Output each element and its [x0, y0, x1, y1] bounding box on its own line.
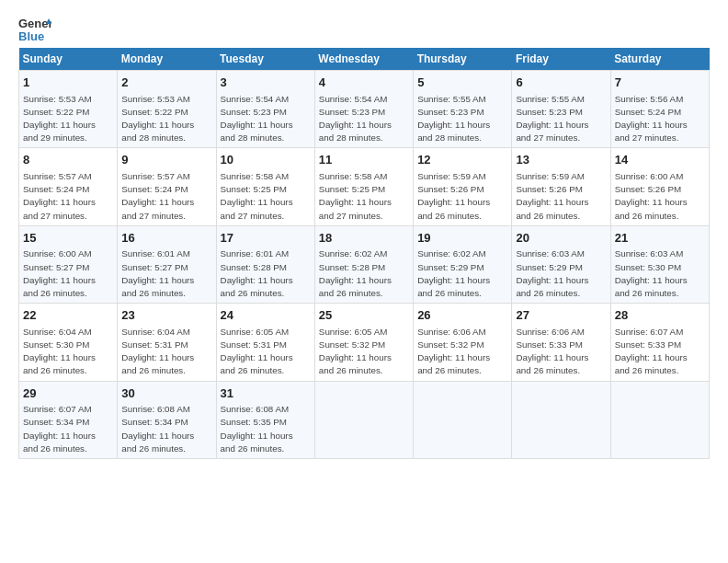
day-info: Sunrise: 6:08 AMSunset: 5:35 PMDaylight:… [221, 404, 293, 454]
day-cell: 27Sunrise: 6:06 AMSunset: 5:33 PMDayligh… [512, 304, 610, 381]
day-number: 11 [319, 152, 409, 168]
day-cell: 12Sunrise: 5:59 AMSunset: 5:26 PMDayligh… [414, 148, 512, 225]
day-info: Sunrise: 5:57 AMSunset: 5:24 PMDaylight:… [121, 171, 194, 221]
day-info: Sunrise: 5:55 AMSunset: 5:23 PMDaylight:… [417, 94, 490, 144]
day-info: Sunrise: 6:05 AMSunset: 5:31 PMDaylight:… [221, 327, 293, 376]
calendar-table: SundayMondayTuesdayWednesdayThursdayFrid… [18, 48, 710, 459]
header: GeneralBlue [18, 15, 710, 42]
day-cell: 19Sunrise: 6:02 AMSunset: 5:29 PMDayligh… [414, 225, 512, 303]
page: GeneralBlue SundayMondayTuesdayWednesday… [0, 0, 728, 468]
day-cell: 11Sunrise: 5:58 AMSunset: 5:25 PMDayligh… [314, 148, 413, 225]
day-info: Sunrise: 5:57 AMSunset: 5:24 PMDaylight:… [23, 171, 96, 221]
day-info: Sunrise: 5:54 AMSunset: 5:23 PMDaylight:… [319, 94, 392, 144]
day-cell: 18Sunrise: 6:02 AMSunset: 5:28 PMDayligh… [314, 225, 413, 303]
day-number: 1 [23, 75, 113, 91]
header-wednesday: Wednesday [314, 48, 413, 71]
day-cell: 29Sunrise: 6:07 AMSunset: 5:34 PMDayligh… [19, 381, 118, 458]
day-cell: 31Sunrise: 6:08 AMSunset: 5:35 PMDayligh… [216, 381, 314, 458]
day-info: Sunrise: 5:59 AMSunset: 5:26 PMDaylight:… [417, 171, 490, 221]
day-info: Sunrise: 6:06 AMSunset: 5:32 PMDaylight:… [417, 327, 490, 376]
day-cell: 16Sunrise: 6:01 AMSunset: 5:27 PMDayligh… [118, 225, 216, 303]
day-number: 9 [121, 152, 211, 168]
header-monday: Monday [118, 48, 216, 71]
day-cell: 3Sunrise: 5:54 AMSunset: 5:23 PMDaylight… [216, 71, 314, 148]
week-row-2: 8Sunrise: 5:57 AMSunset: 5:24 PMDaylight… [19, 148, 710, 225]
day-info: Sunrise: 6:07 AMSunset: 5:34 PMDaylight:… [23, 404, 96, 454]
day-number: 28 [615, 307, 705, 324]
day-cell: 21Sunrise: 6:03 AMSunset: 5:30 PMDayligh… [610, 225, 709, 303]
day-cell: 23Sunrise: 6:04 AMSunset: 5:31 PMDayligh… [118, 304, 216, 381]
day-info: Sunrise: 6:05 AMSunset: 5:32 PMDaylight:… [319, 327, 392, 376]
week-row-3: 15Sunrise: 6:00 AMSunset: 5:27 PMDayligh… [19, 225, 710, 303]
day-cell [512, 381, 610, 458]
day-cell: 8Sunrise: 5:57 AMSunset: 5:24 PMDaylight… [19, 148, 118, 225]
day-number: 8 [23, 152, 113, 168]
day-number: 7 [615, 75, 705, 91]
day-number: 13 [516, 152, 606, 168]
day-info: Sunrise: 5:53 AMSunset: 5:22 PMDaylight:… [23, 94, 96, 144]
day-number: 29 [23, 385, 113, 402]
day-cell: 28Sunrise: 6:07 AMSunset: 5:33 PMDayligh… [610, 304, 709, 381]
day-number: 4 [319, 75, 409, 91]
day-info: Sunrise: 6:01 AMSunset: 5:28 PMDaylight:… [221, 248, 293, 298]
day-info: Sunrise: 5:58 AMSunset: 5:25 PMDaylight:… [221, 171, 293, 221]
logo-icon: GeneralBlue [18, 15, 51, 42]
day-cell: 6Sunrise: 5:55 AMSunset: 5:23 PMDaylight… [512, 71, 610, 148]
day-info: Sunrise: 6:08 AMSunset: 5:34 PMDaylight:… [121, 404, 194, 454]
day-number: 3 [221, 75, 311, 91]
day-info: Sunrise: 6:02 AMSunset: 5:28 PMDaylight:… [319, 248, 392, 298]
day-number: 16 [121, 230, 211, 247]
day-number: 10 [221, 152, 311, 168]
day-number: 18 [319, 230, 409, 247]
day-cell: 13Sunrise: 5:59 AMSunset: 5:26 PMDayligh… [512, 148, 610, 225]
day-cell: 30Sunrise: 6:08 AMSunset: 5:34 PMDayligh… [118, 381, 216, 458]
logo: GeneralBlue [18, 15, 51, 42]
day-cell: 14Sunrise: 6:00 AMSunset: 5:26 PMDayligh… [610, 148, 709, 225]
day-info: Sunrise: 6:03 AMSunset: 5:30 PMDaylight:… [615, 248, 688, 298]
day-cell: 4Sunrise: 5:54 AMSunset: 5:23 PMDaylight… [314, 71, 413, 148]
day-cell: 24Sunrise: 6:05 AMSunset: 5:31 PMDayligh… [216, 304, 314, 381]
day-info: Sunrise: 5:56 AMSunset: 5:24 PMDaylight:… [615, 94, 688, 144]
day-cell: 9Sunrise: 5:57 AMSunset: 5:24 PMDaylight… [118, 148, 216, 225]
day-cell: 7Sunrise: 5:56 AMSunset: 5:24 PMDaylight… [610, 71, 709, 148]
day-number: 31 [221, 385, 311, 402]
day-info: Sunrise: 5:59 AMSunset: 5:26 PMDaylight:… [516, 171, 588, 221]
day-info: Sunrise: 6:04 AMSunset: 5:30 PMDaylight:… [23, 327, 96, 376]
day-info: Sunrise: 6:00 AMSunset: 5:27 PMDaylight:… [23, 248, 96, 298]
header-tuesday: Tuesday [216, 48, 314, 71]
day-number: 24 [221, 307, 311, 324]
day-cell: 20Sunrise: 6:03 AMSunset: 5:29 PMDayligh… [512, 225, 610, 303]
header-thursday: Thursday [414, 48, 512, 71]
day-info: Sunrise: 5:55 AMSunset: 5:23 PMDaylight:… [516, 94, 588, 144]
header-saturday: Saturday [610, 48, 709, 71]
day-cell [610, 381, 709, 458]
day-info: Sunrise: 6:02 AMSunset: 5:29 PMDaylight:… [417, 248, 490, 298]
day-number: 15 [23, 230, 113, 247]
day-info: Sunrise: 6:01 AMSunset: 5:27 PMDaylight:… [121, 248, 194, 298]
day-cell: 17Sunrise: 6:01 AMSunset: 5:28 PMDayligh… [216, 225, 314, 303]
day-info: Sunrise: 6:00 AMSunset: 5:26 PMDaylight:… [615, 171, 688, 221]
week-row-1: 1Sunrise: 5:53 AMSunset: 5:22 PMDaylight… [19, 71, 710, 148]
day-number: 2 [121, 75, 211, 91]
day-cell: 2Sunrise: 5:53 AMSunset: 5:22 PMDaylight… [118, 71, 216, 148]
day-number: 19 [417, 230, 507, 247]
day-number: 6 [516, 75, 606, 91]
day-cell: 15Sunrise: 6:00 AMSunset: 5:27 PMDayligh… [19, 225, 118, 303]
day-number: 12 [417, 152, 507, 168]
day-number: 20 [516, 230, 606, 247]
day-number: 26 [417, 307, 507, 324]
day-cell: 1Sunrise: 5:53 AMSunset: 5:22 PMDaylight… [19, 71, 118, 148]
day-info: Sunrise: 6:07 AMSunset: 5:33 PMDaylight:… [615, 327, 688, 376]
day-number: 25 [319, 307, 409, 324]
day-info: Sunrise: 5:53 AMSunset: 5:22 PMDaylight:… [121, 94, 194, 144]
header-friday: Friday [512, 48, 610, 71]
day-cell: 26Sunrise: 6:06 AMSunset: 5:32 PMDayligh… [414, 304, 512, 381]
svg-text:Blue: Blue [18, 29, 44, 42]
day-number: 23 [121, 307, 211, 324]
header-sunday: Sunday [19, 48, 118, 71]
day-cell [314, 381, 413, 458]
day-cell: 10Sunrise: 5:58 AMSunset: 5:25 PMDayligh… [216, 148, 314, 225]
week-row-4: 22Sunrise: 6:04 AMSunset: 5:30 PMDayligh… [19, 304, 710, 381]
day-cell: 5Sunrise: 5:55 AMSunset: 5:23 PMDaylight… [414, 71, 512, 148]
day-number: 30 [121, 385, 211, 402]
